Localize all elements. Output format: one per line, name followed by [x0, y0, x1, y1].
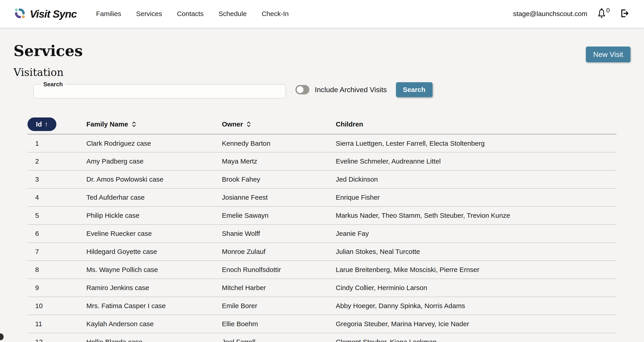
cell-children: Enrique Fisher — [336, 188, 616, 207]
cell-family-name: Ms. Wayne Pollich case — [86, 261, 222, 279]
include-archived-label: Include Archived Visits — [315, 86, 387, 94]
toggle-knob — [297, 86, 304, 93]
table-row[interactable]: 1 Clark Rodriguez case Kennedy Barton Si… — [28, 134, 616, 152]
cell-id: 12 — [28, 333, 86, 342]
search-input[interactable] — [38, 88, 281, 97]
cell-id: 5 — [28, 207, 86, 225]
cell-owner: Joel Farrell — [222, 333, 336, 342]
cell-owner: Josianne Feest — [222, 188, 336, 207]
cell-owner: Ellie Boehm — [222, 315, 336, 333]
cell-family-name: Hildegard Goyette case — [86, 243, 222, 261]
search-field: Search — [33, 81, 286, 98]
cell-family-name: Dr. Amos Powlowski case — [86, 170, 222, 188]
sort-ascending-icon: ↑ — [45, 120, 48, 128]
visit-sync-logo-icon — [14, 7, 26, 21]
table-row[interactable]: 3 Dr. Amos Powlowski case Brook Fahey Je… — [28, 170, 616, 188]
cell-owner: Enoch Runolfsdottir — [222, 261, 336, 279]
column-header-family-name[interactable]: Family Name — [86, 117, 222, 134]
notification-count-badge: 0 — [606, 7, 610, 14]
cell-id: 8 — [28, 261, 86, 279]
bell-icon — [597, 8, 606, 20]
cell-owner: Monroe Zulauf — [222, 243, 336, 261]
cell-family-name: Ramiro Jenkins case — [86, 279, 222, 297]
table-row[interactable]: 7 Hildegard Goyette case Monroe Zulauf J… — [28, 243, 616, 261]
cell-owner: Brook Fahey — [222, 170, 336, 188]
logout-button[interactable] — [619, 8, 630, 20]
cell-family-name: Clark Rodriguez case — [86, 134, 222, 152]
cell-id: 6 — [28, 225, 86, 243]
cell-owner: Mitchel Harber — [222, 279, 336, 297]
page-subtitle: Visitation — [14, 67, 630, 78]
cell-children: Abby Hoeger, Danny Spinka, Norris Adams — [336, 297, 616, 315]
nav-link-services[interactable]: Services — [136, 10, 162, 18]
sort-chevrons-icon — [246, 121, 251, 128]
cell-children: Larue Breitenberg, Mike Mosciski, Pierre… — [336, 261, 616, 279]
table-row[interactable]: 5 Philip Hickle case Emelie Sawayn Marku… — [28, 207, 616, 225]
nav-link-schedule[interactable]: Schedule — [218, 10, 247, 18]
table-row[interactable]: 8 Ms. Wayne Pollich case Enoch Runolfsdo… — [28, 261, 616, 279]
cell-id: 11 — [28, 315, 86, 333]
cell-children: Sierra Luettgen, Lester Farrell, Electa … — [336, 134, 616, 152]
visits-table: Id ↑ Family Name — [28, 117, 616, 342]
cell-owner: Emile Borer — [222, 297, 336, 315]
cell-family-name: Kaylah Anderson case — [86, 315, 222, 333]
include-archived-toggle[interactable] — [296, 85, 309, 94]
logout-icon — [619, 8, 630, 20]
cell-children: Gregoria Steuber, Marina Harvey, Icie Na… — [336, 315, 616, 333]
search-field-label: Search — [41, 81, 65, 88]
id-sort-pill[interactable]: Id ↑ — [28, 117, 56, 131]
page-title: Services — [14, 43, 83, 58]
cell-children: Jed Dickinson — [336, 170, 616, 188]
cell-family-name: Amy Padberg case — [86, 152, 222, 170]
cell-id: 9 — [28, 279, 86, 297]
nav-link-contacts[interactable]: Contacts — [177, 10, 204, 18]
nav-links: FamiliesServicesContactsScheduleCheck-In — [96, 10, 289, 18]
cell-id: 7 — [28, 243, 86, 261]
sort-chevrons-icon — [132, 121, 136, 128]
table-row[interactable]: 2 Amy Padberg case Maya Mertz Eveline Sc… — [28, 152, 616, 170]
cell-owner: Kennedy Barton — [222, 134, 336, 152]
cell-owner: Emelie Sawayn — [222, 207, 336, 225]
cell-family-name: Mrs. Fatima Casper I case — [86, 297, 222, 315]
table-row[interactable]: 4 Ted Aufderhar case Josianne Feest Enri… — [28, 188, 616, 207]
nav-link-families[interactable]: Families — [96, 10, 121, 18]
navbar-right: stage@launchscout.com 0 — [513, 8, 630, 20]
table-row[interactable]: 9 Ramiro Jenkins case Mitchel Harber Cin… — [28, 279, 616, 297]
main-content: Services New Visit Visitation Search Inc… — [0, 43, 644, 342]
column-header-owner[interactable]: Owner — [222, 117, 336, 134]
table-row[interactable]: 6 Eveline Ruecker case Shanie Wolff Jean… — [28, 225, 616, 243]
table-row[interactable]: 12 Hollie Blanda case Joel Farrell Cleme… — [28, 333, 616, 342]
user-email: stage@launchscout.com — [513, 10, 587, 18]
cell-family-name: Ted Aufderhar case — [86, 188, 222, 207]
cell-children: Julian Stokes, Neal Turcotte — [336, 243, 616, 261]
brand-logo[interactable]: Visit Sync — [14, 7, 77, 21]
search-button[interactable]: Search — [396, 82, 432, 97]
cell-children: Jeanie Fay — [336, 225, 616, 243]
cell-family-name: Philip Hickle case — [86, 207, 222, 225]
cell-id: 10 — [28, 297, 86, 315]
table-row[interactable]: 10 Mrs. Fatima Casper I case Emile Borer… — [28, 297, 616, 315]
cell-children: Clement Steuber, Kiana Lockman — [336, 333, 616, 342]
cell-id: 4 — [28, 188, 86, 207]
notifications-button[interactable]: 0 — [597, 8, 610, 20]
cell-id: 2 — [28, 152, 86, 170]
cell-family-name: Hollie Blanda case — [86, 333, 222, 342]
cell-children: Markus Nader, Theo Stamm, Seth Steuber, … — [336, 207, 616, 225]
top-navbar: Visit Sync FamiliesServicesContactsSched… — [0, 0, 644, 28]
nav-link-check-in[interactable]: Check-In — [262, 10, 289, 18]
table-row[interactable]: 11 Kaylah Anderson case Ellie Boehm Greg… — [28, 315, 616, 333]
cell-children: Eveline Schmeler, Audreanne Littel — [336, 152, 616, 170]
column-header-children: Children — [336, 117, 616, 134]
cell-id: 3 — [28, 170, 86, 188]
brand-name: Visit Sync — [30, 8, 77, 20]
new-visit-button[interactable]: New Visit — [586, 47, 630, 62]
column-header-id: Id ↑ — [28, 117, 86, 134]
cell-owner: Maya Mertz — [222, 152, 336, 170]
table-body: 1 Clark Rodriguez case Kennedy Barton Si… — [28, 134, 616, 342]
cell-owner: Shanie Wolff — [222, 225, 336, 243]
table-header-row: Id ↑ Family Name — [28, 117, 616, 134]
cell-id: 1 — [28, 134, 86, 152]
cell-children: Cindy Collier, Herminio Larson — [336, 279, 616, 297]
cell-family-name: Eveline Ruecker case — [86, 225, 222, 243]
search-row: Search Include Archived Visits Search — [33, 81, 630, 98]
